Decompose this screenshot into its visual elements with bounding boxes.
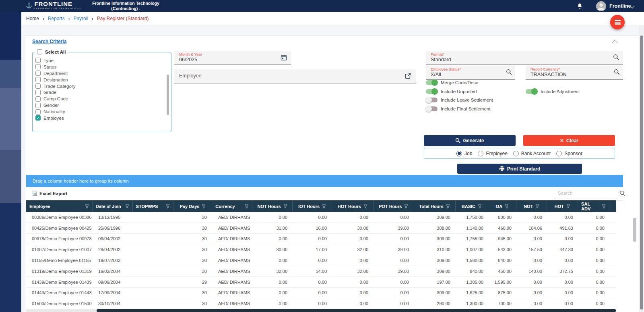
notifications-bell-icon[interactable] (576, 2, 583, 9)
breadcrumb-home[interactable]: Home (26, 16, 39, 21)
filter-icon[interactable] (478, 204, 482, 208)
radio-icon[interactable] (456, 151, 462, 156)
checkbox[interactable] (35, 96, 41, 102)
column-header-not-hours[interactable]: NOT Hours (252, 200, 293, 212)
filter-item-employee[interactable]: ✓Employee (35, 115, 165, 121)
filter-item-trade-category[interactable]: Trade Category (35, 83, 165, 89)
search-icon[interactable] (506, 69, 512, 75)
column-header-employee[interactable]: Employee (26, 200, 93, 212)
filter-item-type[interactable]: Type (35, 57, 165, 64)
table-row[interactable]: 01443/Demo Employee 0144317/09/200430AED… (26, 288, 616, 299)
filter-icon[interactable] (245, 204, 249, 208)
filter-icon[interactable] (505, 204, 509, 208)
toggle-merge-code-desc[interactable]: Merge Code/Desc (426, 79, 478, 86)
checkbox[interactable] (35, 103, 41, 108)
column-header-hot-hours[interactable]: HOT Hours (332, 200, 374, 212)
filter-icon[interactable] (404, 204, 408, 208)
column-header-sal-adv[interactable]: SAL ADV (578, 200, 609, 212)
filter-icon[interactable] (566, 204, 570, 208)
clear-button[interactable]: ✕ Clear (523, 135, 615, 146)
checkbox[interactable] (35, 109, 41, 114)
table-row[interactable]: 01007/Demo Employee 0100728/04/200230AED… (26, 244, 616, 255)
group-by-drop-zone[interactable]: Drag a column header here to group its c… (26, 175, 623, 187)
checkbox[interactable] (35, 77, 41, 82)
select-all-checkbox[interactable] (37, 49, 42, 54)
user-menu[interactable]: Frontline (609, 3, 631, 9)
filter-item-status[interactable]: Status (35, 64, 165, 70)
employee-status-field[interactable]: Employee Status* X/All (426, 66, 515, 80)
column-header-oa[interactable]: OA (488, 200, 516, 212)
left-sidebar[interactable] (0, 0, 21, 312)
column-header-basic[interactable]: BASIC (456, 200, 489, 212)
column-header-not[interactable]: NOT (516, 200, 547, 212)
filter-item-grade[interactable]: Grade (35, 89, 165, 96)
horizontal-scrollbar[interactable] (26, 309, 616, 312)
column-header-currency[interactable]: Currency (212, 200, 252, 212)
excel-export-button[interactable]: Excel Export (33, 191, 68, 196)
filter-item-nationality[interactable]: Nationality (35, 108, 165, 115)
column-header-hot[interactable]: HOT (547, 200, 578, 212)
avatar[interactable] (596, 1, 606, 11)
toggle-include-unposted[interactable]: Include Unposted (426, 88, 477, 95)
filter-item-designation[interactable]: Designation (35, 77, 165, 83)
switch-icon[interactable] (426, 89, 438, 94)
generate-button[interactable]: Generate (424, 135, 516, 146)
checkbox[interactable] (35, 58, 41, 63)
radio-icon[interactable] (513, 151, 519, 156)
radio-employee[interactable]: Employee (478, 151, 507, 156)
checkbox[interactable] (35, 83, 41, 89)
grid-search-input[interactable] (555, 189, 608, 196)
search-icon[interactable] (614, 69, 620, 75)
toggle-include-adjustment[interactable]: Include Adjustment (526, 88, 580, 95)
filter-icon[interactable] (283, 204, 287, 208)
switch-icon[interactable] (426, 80, 438, 85)
breadcrumb-payroll[interactable]: Payroll (73, 16, 88, 21)
table-row[interactable]: 01319/Demo Employee 0131916/02/200430AED… (26, 266, 616, 277)
filter-icon[interactable] (322, 204, 326, 208)
radio-icon[interactable] (478, 151, 483, 156)
filter-item-department[interactable]: Department (35, 70, 165, 77)
table-vertical-scrollbar-thumb[interactable] (633, 218, 636, 242)
checkbox[interactable] (35, 64, 41, 69)
column-header-pot-hours[interactable]: POT Hours (374, 200, 414, 212)
filter-icon[interactable] (602, 204, 606, 208)
filter-item-camp-code[interactable]: Camp Code (35, 96, 165, 102)
table-row[interactable]: 01155/Demo Employee 0115519/07/200330AED… (26, 255, 616, 266)
checkbox[interactable]: ✓ (35, 115, 41, 121)
search-icon[interactable] (613, 54, 619, 60)
employee-field[interactable]: Employee (174, 69, 416, 83)
radio-job[interactable]: Job (456, 151, 472, 156)
switch-icon[interactable] (426, 106, 438, 111)
open-picker-icon[interactable] (405, 73, 411, 79)
frontline-logo[interactable]: ⚓ FRONTLINE INFORMATION TECHNOLOGY (26, 1, 81, 10)
month-year-field[interactable]: Month & Year 06/2025 (174, 51, 291, 65)
table-row[interactable]: 00386/Demo Employee 0038613/12/199530AED… (26, 212, 616, 223)
table-row[interactable]: 01439/Demo Employee 0143909/09/200429AED… (26, 277, 616, 288)
table-row[interactable]: 00978/Demo Employee 0097806/04/200230AED… (26, 234, 616, 245)
column-header-iot-hours[interactable]: IOT Hours (293, 200, 332, 212)
filter-item-gender[interactable]: Gender (35, 102, 165, 108)
radio-sponsor[interactable]: Sponsor (556, 151, 582, 156)
filter-icon[interactable] (166, 204, 170, 208)
breadcrumb-reports[interactable]: Reports (48, 16, 65, 21)
horizontal-scrollbar-thumb[interactable] (97, 309, 616, 312)
radio-bank-account[interactable]: Bank Account (513, 151, 551, 156)
calendar-icon[interactable] (281, 54, 287, 61)
page-scrollbar[interactable] (639, 25, 644, 312)
switch-icon[interactable] (426, 98, 438, 102)
column-header-pay-days[interactable]: Pay Days (173, 200, 212, 212)
search-icon[interactable] (619, 190, 625, 196)
menu-fab-button[interactable] (610, 15, 625, 29)
radio-icon[interactable] (556, 151, 562, 156)
checkbox[interactable] (35, 71, 41, 76)
column-header-total-hours[interactable]: Total Hours (414, 200, 456, 212)
select-all-row[interactable]: Select All (35, 49, 68, 54)
switch-icon[interactable] (526, 89, 537, 94)
filter-icon[interactable] (85, 204, 89, 208)
filter-icon[interactable] (202, 204, 206, 208)
column-header-stopwps[interactable]: STOPWPS (133, 200, 174, 212)
toggle-include-leave-settlement[interactable]: Include Leave Settlement (426, 97, 493, 103)
format-field[interactable]: Format* Standard (426, 51, 623, 65)
report-currency-field[interactable]: Report Currency* TRANSACTION (526, 66, 623, 80)
filter-icon[interactable] (363, 204, 367, 208)
